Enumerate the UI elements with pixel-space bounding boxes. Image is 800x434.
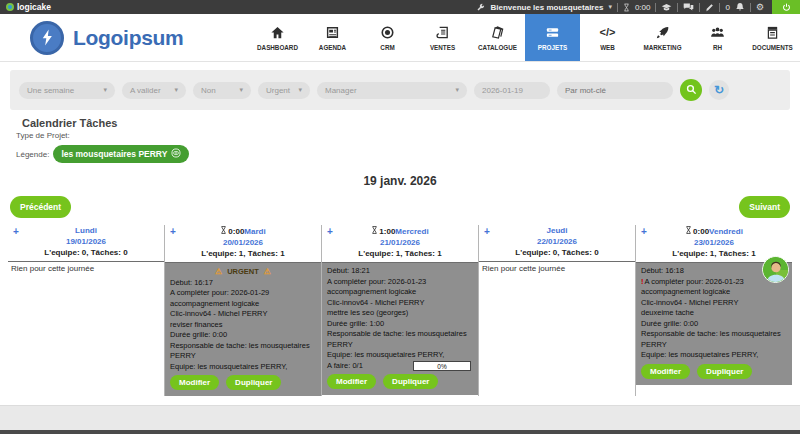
day-date[interactable]: 22/01/2026	[479, 237, 635, 248]
warning-icon: ⚠	[215, 266, 222, 277]
date-field[interactable]	[474, 82, 550, 99]
previous-button[interactable]: Précédent	[10, 196, 71, 218]
pencil-icon[interactable]	[705, 3, 714, 12]
tab-agenda[interactable]: AGENDA	[305, 14, 360, 61]
hourglass-icon	[685, 226, 692, 238]
home-icon	[270, 25, 285, 40]
tab-documents[interactable]: DOCUMENTS	[745, 14, 800, 61]
legend-label: Légende:	[16, 150, 49, 159]
keyword-field[interactable]	[557, 82, 673, 99]
target-circle-icon	[380, 25, 395, 40]
day-name[interactable]: Vendredi	[709, 227, 743, 236]
task-card[interactable]: ⚠ URGENT ⚠ Début: 16:17 A compléter pour…	[165, 263, 321, 396]
chat-bubbles-icon[interactable]	[683, 2, 694, 12]
day-column-jeudi: + Jeudi 22/01/2026 L'equipe: 0, Tâches: …	[478, 225, 635, 396]
task-client: Clic-innov64 - Michel PERRY	[327, 298, 473, 309]
eye-icon	[171, 148, 181, 160]
add-task-icon[interactable]: +	[13, 225, 19, 239]
tab-ventes[interactable]: VENTES	[415, 14, 470, 61]
task-start: Début: 18:21	[327, 266, 473, 277]
chevron-down-icon: ▾	[449, 86, 459, 94]
period-select[interactable]: Une semaine ▾	[19, 82, 115, 99]
refresh-icon: ↻	[714, 83, 724, 97]
tab-projets[interactable]: PROJETS	[525, 14, 580, 61]
day-name[interactable]: Mardi	[244, 227, 265, 236]
week-date-heading: 19 janv. 2026	[0, 174, 800, 188]
urgent-banner: ⚠ URGENT ⚠	[170, 266, 316, 277]
logoipsum-logo[interactable]: Logoipsum	[0, 14, 183, 61]
tab-crm[interactable]: CRM	[360, 14, 415, 61]
search-button[interactable]	[680, 79, 702, 101]
keyword-input[interactable]	[565, 86, 665, 95]
lightning-bolt-icon	[30, 21, 64, 55]
tab-web[interactable]: </> WEB	[580, 14, 635, 61]
day-name[interactable]: Jeudi	[479, 226, 635, 237]
day-duration: 0:00	[228, 227, 244, 238]
chevron-down-icon: ▾	[233, 86, 243, 94]
settings-gears-icon[interactable]: ⚙	[756, 3, 764, 12]
tab-rh[interactable]: RH	[690, 14, 745, 61]
empty-day-text: Rien pour cette journée	[479, 262, 635, 275]
duplicate-task-button[interactable]: Dupliquer	[226, 375, 281, 390]
task-grid-duration: Durée grille: 0:00	[641, 319, 787, 330]
non-select[interactable]: Non ▾	[193, 82, 251, 99]
chevron-down-icon: ▾	[168, 86, 178, 94]
task-card[interactable]: Début: 16:18 !A compléter pour: 2026-01-…	[636, 263, 792, 385]
tab-catalogue[interactable]: CATALOGUE	[470, 14, 525, 61]
people-group-icon	[710, 25, 725, 40]
task-todo-count: A faire: 0/1	[327, 361, 363, 372]
chevron-down-icon[interactable]: ▾	[608, 3, 612, 11]
day-name[interactable]: Mercredi	[395, 227, 428, 236]
logout-power-button[interactable]	[772, 0, 800, 14]
add-task-icon[interactable]: +	[327, 225, 333, 239]
task-title: deuxeime tache	[641, 308, 787, 319]
system-topbar: logicake Bienvenue les mousquetaires ▾ 0…	[0, 0, 800, 14]
wrench-icon[interactable]	[476, 3, 485, 12]
add-task-icon[interactable]: +	[641, 225, 647, 239]
divider	[617, 3, 618, 12]
code-icon: </>	[600, 25, 616, 40]
next-button[interactable]: Suivant	[739, 196, 790, 218]
add-task-icon[interactable]: +	[484, 225, 490, 239]
urgent-select[interactable]: Urgent ▾	[258, 82, 310, 99]
refresh-button[interactable]: ↻	[709, 80, 729, 100]
filter-bar: Une semaine ▾ A valider ▾ Non ▾ Urgent ▾…	[10, 70, 790, 110]
add-task-icon[interactable]: +	[170, 225, 176, 239]
calendar-section-head: Calendrier Tâches Type de Projet: Légend…	[0, 110, 800, 163]
edit-task-button[interactable]: Modifier	[327, 374, 376, 389]
task-responsible: Responsable de tache: les mousquetaires …	[170, 341, 316, 362]
legend-team-badge[interactable]: les mousquetaires PERRY	[53, 145, 189, 163]
day-meta: L'equipe: 0, Tâches: 0	[8, 248, 164, 259]
logicake-logo[interactable]: logicake	[6, 2, 51, 12]
logicake-brand-text: logicake	[17, 2, 51, 12]
duplicate-task-button[interactable]: Dupliquer	[697, 364, 752, 379]
task-team: Equipe: les mousquetaires PERRY,	[641, 350, 787, 361]
duplicate-task-button[interactable]: Dupliquer	[383, 374, 438, 389]
day-meta: L'equipe: 1, Tâches: 1	[165, 249, 321, 260]
day-date[interactable]: 19/01/2026	[8, 237, 164, 248]
day-date[interactable]: 20/01/2026	[165, 238, 321, 249]
chevron-down-icon: ▾	[292, 86, 302, 94]
day-date[interactable]: 23/01/2026	[636, 238, 792, 249]
task-title: mettre les seo (georges)	[327, 308, 473, 319]
graduation-cap-icon[interactable]	[661, 3, 672, 12]
task-project: accompagnement logicake	[170, 299, 316, 310]
date-input[interactable]	[482, 86, 542, 95]
tab-marketing[interactable]: MARKETING	[635, 14, 690, 61]
warning-icon: ⚠	[264, 266, 271, 277]
task-due: A compléter pour: 2026-01-29	[170, 288, 316, 299]
hourglass-timer-icon[interactable]	[623, 3, 630, 12]
validation-select[interactable]: A valider ▾	[122, 82, 186, 99]
bell-icon[interactable]	[735, 2, 745, 12]
day-column-lundi: + Lundi 19/01/2026 L'equipe: 0, Tâches: …	[8, 225, 164, 396]
tab-dashboard[interactable]: DASHBOARD	[250, 14, 305, 61]
day-name[interactable]: Lundi	[8, 226, 164, 237]
edit-task-button[interactable]: Modifier	[170, 375, 219, 390]
welcome-user-menu[interactable]: Bienvenue les mousquetaires	[490, 3, 603, 12]
notification-count: 0	[725, 3, 729, 12]
day-date[interactable]: 21/01/2026	[322, 238, 478, 249]
task-card[interactable]: Début: 18:21 A compléter pour: 2026-01-2…	[322, 263, 478, 395]
edit-task-button[interactable]: Modifier	[641, 364, 690, 379]
manager-select[interactable]: Manager ▾	[317, 82, 467, 99]
day-meta: L'equipe: 1, Tâches: 1	[322, 249, 478, 260]
